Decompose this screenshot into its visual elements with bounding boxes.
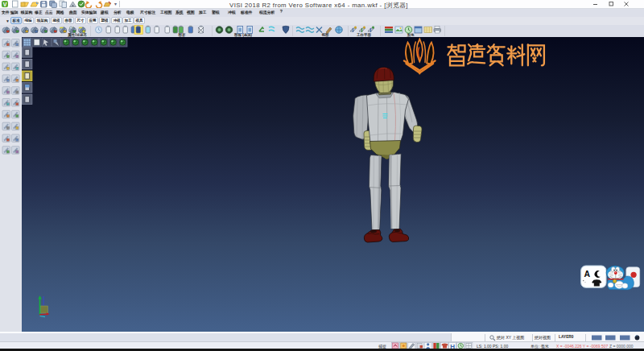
svg-text:A: A [584, 269, 591, 279]
svg-text:▾: ▾ [114, 2, 117, 6]
svg-text:V: V [3, 2, 7, 7]
